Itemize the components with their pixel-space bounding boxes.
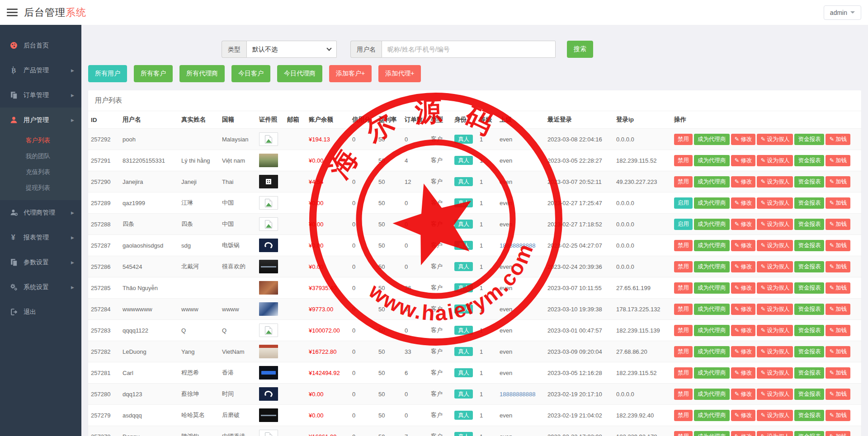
disable-button[interactable]: 禁用 <box>674 304 693 315</box>
action-button[interactable]: ✎ 加钱 <box>826 261 850 272</box>
action-button[interactable]: ✎ 设为假人 <box>757 325 793 336</box>
username-search-input[interactable] <box>382 41 556 58</box>
action-button[interactable]: ✎ 修改 <box>731 282 756 294</box>
action-button[interactable]: 成为代理商 <box>694 134 730 145</box>
disable-button[interactable]: 禁用 <box>674 282 693 294</box>
broken-image-icon[interactable] <box>259 323 278 337</box>
action-button[interactable]: 资金报表 <box>794 346 824 357</box>
action-button[interactable]: ✎ 设为假人 <box>757 134 793 145</box>
action-button[interactable]: ✎ 加钱 <box>826 346 850 357</box>
action-button[interactable]: ✎ 加钱 <box>826 197 850 209</box>
action-button[interactable]: 成为代理商 <box>694 431 730 436</box>
id-photo-thumbnail[interactable] <box>259 281 278 295</box>
action-button[interactable]: 资金报表 <box>794 155 824 166</box>
broken-image-icon[interactable] <box>259 132 278 146</box>
action-button[interactable]: 成为代理商 <box>694 325 730 336</box>
action-button[interactable]: ✎ 设为假人 <box>757 240 793 251</box>
action-button[interactable]: ✎ 设为假人 <box>757 282 793 294</box>
broken-image-icon[interactable] <box>259 430 278 436</box>
action-button[interactable]: ✎ 加钱 <box>826 155 850 166</box>
action-button[interactable]: ✎ 加钱 <box>826 325 850 336</box>
id-photo-thumbnail[interactable] <box>259 302 278 316</box>
toolbar-button[interactable]: 添加代理+ <box>378 65 421 82</box>
sidebar-subitem[interactable]: 我的团队 <box>0 148 81 164</box>
disable-button[interactable]: 禁用 <box>674 261 693 272</box>
action-button[interactable]: ✎ 设为假人 <box>757 410 793 421</box>
sidebar-item-8[interactable]: 退出 <box>0 300 81 324</box>
sidebar-item-3[interactable]: 用户管理▶ <box>0 108 81 132</box>
broken-image-icon[interactable] <box>259 196 278 210</box>
action-button[interactable]: ✎ 修改 <box>731 389 756 400</box>
parent-link[interactable]: 18888888888 <box>500 242 536 249</box>
action-button[interactable]: 资金报表 <box>794 431 824 436</box>
action-button[interactable]: 成为代理商 <box>694 197 730 209</box>
action-button[interactable]: ✎ 设为假人 <box>757 389 793 400</box>
disable-button[interactable]: 禁用 <box>674 431 693 436</box>
action-button[interactable]: ✎ 设为假人 <box>757 261 793 272</box>
action-button[interactable]: 成为代理商 <box>694 155 730 166</box>
action-button[interactable]: ✎ 修改 <box>731 155 756 166</box>
sidebar-subitem[interactable]: 充值列表 <box>0 164 81 180</box>
action-button[interactable]: 资金报表 <box>794 389 824 400</box>
action-button[interactable]: 成为代理商 <box>694 261 730 272</box>
action-button[interactable]: 资金报表 <box>794 219 824 230</box>
action-button[interactable]: ✎ 设为假人 <box>757 176 793 188</box>
action-button[interactable]: 成为代理商 <box>694 282 730 294</box>
action-button[interactable]: 成为代理商 <box>694 176 730 188</box>
action-button[interactable]: 资金报表 <box>794 410 824 421</box>
type-select[interactable]: 默认不选 <box>246 41 337 58</box>
disable-button[interactable]: 禁用 <box>674 155 693 166</box>
disable-button[interactable]: 禁用 <box>674 346 693 357</box>
disable-button[interactable]: 禁用 <box>674 389 693 400</box>
toolbar-button[interactable]: 添加客户+ <box>329 65 372 82</box>
sidebar-item-1[interactable]: B产品管理▶ <box>0 58 81 83</box>
action-button[interactable]: ✎ 加钱 <box>826 367 850 379</box>
action-button[interactable]: ✎ 加钱 <box>826 410 850 421</box>
id-photo-thumbnail[interactable] <box>259 387 278 401</box>
action-button[interactable]: 成为代理商 <box>694 410 730 421</box>
id-photo-thumbnail[interactable] <box>259 366 278 380</box>
action-button[interactable]: ✎ 加钱 <box>826 219 850 230</box>
action-button[interactable]: 资金报表 <box>794 261 824 272</box>
disable-button[interactable]: 禁用 <box>674 176 693 188</box>
toolbar-button[interactable]: 所有代理商 <box>179 65 225 82</box>
menu-toggle-icon[interactable] <box>7 9 18 16</box>
sidebar-item-2[interactable]: 订单管理▶ <box>0 83 81 108</box>
action-button[interactable]: 资金报表 <box>794 134 824 145</box>
id-photo-thumbnail[interactable] <box>259 154 278 167</box>
disable-button[interactable]: 禁用 <box>674 410 693 421</box>
action-button[interactable]: ✎ 设为假人 <box>757 431 793 436</box>
action-button[interactable]: ✎ 设为假人 <box>757 197 793 209</box>
action-button[interactable]: ✎ 设为假人 <box>757 346 793 357</box>
action-button[interactable]: ✎ 加钱 <box>826 176 850 188</box>
action-button[interactable]: ✎ 修改 <box>731 134 756 145</box>
action-button[interactable]: ✎ 修改 <box>731 261 756 272</box>
action-button[interactable]: ✎ 修改 <box>731 197 756 209</box>
disable-button[interactable]: 禁用 <box>674 134 693 145</box>
sidebar-item-4[interactable]: 代理商管理▶ <box>0 200 81 225</box>
action-button[interactable]: 成为代理商 <box>694 219 730 230</box>
action-button[interactable]: 成为代理商 <box>694 304 730 315</box>
action-button[interactable]: ✎ 修改 <box>731 240 756 251</box>
action-button[interactable]: ✎ 修改 <box>731 346 756 357</box>
disable-button[interactable]: 禁用 <box>674 240 693 251</box>
action-button[interactable]: 资金报表 <box>794 325 824 336</box>
toolbar-button[interactable]: 所有用户 <box>88 65 127 82</box>
enable-button[interactable]: 启用 <box>674 219 693 230</box>
action-button[interactable]: ✎ 修改 <box>731 367 756 379</box>
action-button[interactable]: ✎ 设为假人 <box>757 367 793 379</box>
action-button[interactable]: ✎ 加钱 <box>826 282 850 294</box>
disable-button[interactable]: 禁用 <box>674 367 693 379</box>
action-button[interactable]: ✎ 修改 <box>731 431 756 436</box>
broken-image-icon[interactable] <box>259 217 278 231</box>
action-button[interactable]: ✎ 修改 <box>731 304 756 315</box>
action-button[interactable]: ✎ 加钱 <box>826 304 850 315</box>
action-button[interactable]: ✎ 加钱 <box>826 431 850 436</box>
action-button[interactable]: 成为代理商 <box>694 240 730 251</box>
enable-button[interactable]: 启用 <box>674 197 693 209</box>
action-button[interactable]: ✎ 设为假人 <box>757 304 793 315</box>
toolbar-button[interactable]: 所有客户 <box>134 65 173 82</box>
parent-link[interactable]: 18888888888 <box>500 391 536 398</box>
action-button[interactable]: ✎ 设为假人 <box>757 219 793 230</box>
sidebar-item-7[interactable]: 系统设置▶ <box>0 275 81 300</box>
